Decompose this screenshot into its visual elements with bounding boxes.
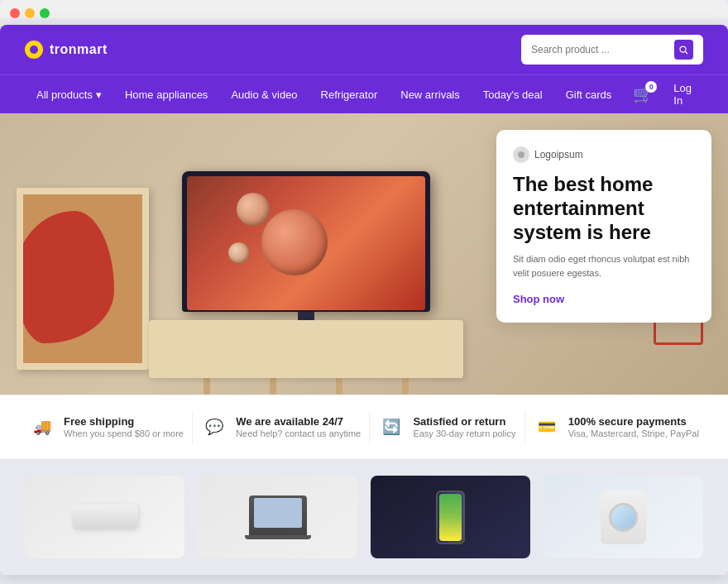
feature-divider-1: [192, 410, 193, 443]
product-card-washer[interactable]: [544, 476, 703, 558]
laptop-shape: [249, 495, 307, 535]
cabinet-leg: [204, 378, 210, 395]
logo-icon: [25, 41, 43, 59]
tv-bubble-2: [237, 193, 270, 226]
phone-shape: [436, 491, 465, 544]
main-nav: All products ▾ Home appliances Audio & v…: [0, 74, 728, 113]
products-grid: [25, 476, 703, 558]
feature-text-shipping: Free shipping When you spend $80 or more: [64, 415, 184, 438]
cabinet-leg: [402, 378, 409, 395]
nav-new-arrivals[interactable]: New arrivals: [389, 79, 472, 111]
return-icon: 🔄: [378, 414, 405, 440]
hero-title: The best home entertainment system is he…: [513, 173, 695, 244]
phone-screen: [439, 494, 462, 541]
search-button[interactable]: [674, 40, 694, 60]
browser-controls: [10, 8, 718, 18]
tv-bubble-1: [261, 209, 328, 275]
nav-refrigerator[interactable]: Refrigerator: [309, 79, 390, 111]
logo-text: tronmart: [50, 42, 108, 57]
feature-free-shipping: 🚚 Free shipping When you spend $80 or mo…: [29, 414, 184, 440]
tv-stand-area: [149, 320, 463, 395]
search-input[interactable]: [531, 44, 668, 55]
feature-text-payment: 100% secure payments Visa, Mastercard, S…: [568, 415, 699, 438]
chevron-down-icon: ▾: [96, 89, 102, 101]
tv-screen: [187, 176, 425, 310]
search-icon: [678, 45, 688, 55]
tv-bubble-3: [228, 242, 249, 263]
cart-button[interactable]: 🛒 0: [623, 78, 663, 111]
features-bar: 🚚 Free shipping When you spend $80 or mo…: [0, 395, 728, 459]
payment-icon: 💳: [534, 414, 560, 440]
support-icon: 💬: [201, 414, 228, 440]
svg-line-1: [686, 52, 688, 55]
svg-point-0: [680, 46, 686, 52]
product-card-laptop[interactable]: [198, 476, 357, 558]
art-frame-decoration: [17, 188, 149, 370]
hero-section: Logoipsum The best home entertainment sy…: [0, 113, 728, 395]
close-dot[interactable]: [10, 8, 20, 18]
hero-description: Sit diam odio eget rhoncus volutpat est …: [513, 252, 695, 280]
logo-area[interactable]: tronmart: [25, 41, 108, 59]
washer-drum: [609, 503, 638, 532]
product-card-ac[interactable]: [25, 476, 184, 558]
art-blob: [17, 211, 114, 343]
product-card-phone[interactable]: [371, 476, 530, 558]
nav-home-appliances[interactable]: Home appliances: [113, 79, 219, 111]
hero-card-logo: Logoipsum: [513, 146, 695, 163]
feature-return: 🔄 Satisfied or return Easy 30-day return…: [378, 414, 515, 440]
laptop-base: [245, 535, 311, 539]
minimize-dot[interactable]: [25, 8, 35, 18]
tv-cabinet: [149, 320, 463, 378]
laptop-screen: [254, 498, 302, 528]
feature-text-support: We are available 24/7 Need help? contact…: [236, 415, 361, 438]
truck-icon: 🚚: [29, 414, 55, 440]
feature-divider-3: [524, 410, 525, 443]
hero-logo-text: Logoipsum: [534, 149, 583, 160]
tv-display: [182, 171, 430, 324]
shop-now-button[interactable]: Shop now: [513, 293, 564, 305]
nav-gift-cards[interactable]: Gift cards: [554, 79, 624, 111]
cabinet-leg: [270, 378, 276, 395]
cabinet-leg: [336, 378, 342, 395]
feature-divider-2: [369, 410, 370, 443]
nav-todays-deal[interactable]: Today's deal: [472, 79, 554, 111]
feature-payment: 💳 100% secure payments Visa, Mastercard,…: [534, 414, 699, 440]
maximize-dot[interactable]: [40, 8, 50, 18]
logoipsum-icon: [513, 146, 529, 163]
site-header: tronmart: [0, 25, 728, 74]
nav-all-products[interactable]: All products ▾: [25, 79, 113, 111]
cart-badge: 0: [645, 81, 657, 93]
products-section: [0, 459, 728, 575]
search-bar: [521, 35, 703, 65]
nav-audio-video[interactable]: Audio & video: [219, 79, 309, 111]
hero-info-card: Logoipsum The best home entertainment sy…: [496, 130, 711, 323]
cabinet-legs: [149, 378, 463, 395]
ac-shape: [72, 505, 138, 529]
feature-support: 💬 We are available 24/7 Need help? conta…: [201, 414, 361, 440]
svg-point-2: [518, 151, 524, 158]
feature-text-return: Satisfied or return Easy 30-day return p…: [413, 415, 515, 438]
tv-outer: [182, 171, 430, 312]
login-button[interactable]: Log In: [663, 75, 703, 113]
washer-shape: [601, 491, 646, 544]
